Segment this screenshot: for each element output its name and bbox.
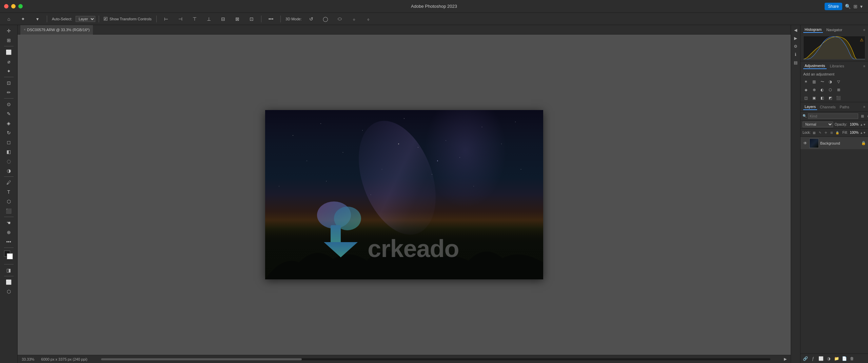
- vibrance-icon[interactable]: ▽: [835, 78, 842, 85]
- brush-tool[interactable]: ✎: [3, 109, 15, 118]
- brightness-contrast-icon[interactable]: ☀: [803, 78, 809, 85]
- quick-mask-icon[interactable]: ◨: [3, 266, 15, 275]
- dodge-tool[interactable]: ◑: [3, 166, 15, 175]
- tab-channels[interactable]: Channels: [818, 104, 837, 110]
- move-tool-icon[interactable]: ✦: [17, 15, 29, 23]
- 3d-pan-icon[interactable]: ◯: [319, 15, 332, 23]
- new-fill-adjustment-icon[interactable]: ◑: [825, 355, 832, 362]
- hue-saturation-icon[interactable]: ◈: [803, 86, 809, 93]
- share-button[interactable]: Share: [825, 3, 842, 10]
- invert-icon[interactable]: ◫: [803, 94, 809, 101]
- document-tab[interactable]: × DSC00579.ARW @ 33.3% (RGB/16*): [20, 25, 93, 35]
- layer-mask-icon[interactable]: ⬜: [817, 355, 824, 362]
- 3d-rotate-icon[interactable]: ↺: [305, 15, 317, 23]
- distribute-icon[interactable]: ⊡: [245, 15, 258, 23]
- 3d-slide-icon[interactable]: ⬦: [348, 15, 360, 23]
- layer-effects-icon[interactable]: ƒ: [810, 355, 816, 362]
- search-icon[interactable]: 🔍: [845, 4, 851, 9]
- status-arrow[interactable]: ▶: [784, 357, 787, 361]
- blend-mode-select[interactable]: Normal: [803, 122, 833, 127]
- tab-navigator[interactable]: Navigator: [825, 27, 844, 33]
- magic-wand-tool[interactable]: ✦: [3, 67, 15, 76]
- histogram-collapse-icon[interactable]: ≡: [863, 28, 865, 32]
- spot-healing-brush-tool[interactable]: ⊙: [3, 100, 15, 109]
- maximize-button[interactable]: [18, 4, 23, 8]
- eraser-tool[interactable]: ◻: [3, 138, 15, 147]
- fill-arrows[interactable]: ▲▼: [860, 131, 866, 134]
- layers-collapse-icon[interactable]: ≡: [863, 105, 865, 109]
- new-layer-icon[interactable]: 📄: [841, 355, 848, 362]
- lock-artboard-icon[interactable]: ⊞: [829, 130, 834, 135]
- tab-libraries[interactable]: Libraries: [829, 63, 846, 69]
- pen-tool[interactable]: 🖊: [3, 178, 15, 187]
- black-white-icon[interactable]: ◐: [819, 86, 826, 93]
- tab-layers[interactable]: Layers: [803, 104, 817, 110]
- minimize-button[interactable]: [11, 4, 16, 8]
- lock-image-icon[interactable]: ✎: [818, 130, 823, 135]
- history-brush-tool[interactable]: ↻: [3, 128, 15, 137]
- chevron-down-icon[interactable]: ▾: [860, 4, 863, 9]
- photo-filter-icon[interactable]: ⬡: [827, 86, 834, 93]
- 3d-scale-icon[interactable]: ⬨: [362, 15, 374, 23]
- align-left-icon[interactable]: ⊢: [160, 15, 172, 23]
- filter-adjustment-icon[interactable]: ◐: [866, 113, 868, 119]
- settings-icon[interactable]: ⚙: [792, 43, 800, 50]
- clone-stamp-tool[interactable]: ◈: [3, 119, 15, 128]
- 3d-roll-icon[interactable]: ⬭: [334, 15, 346, 23]
- home-icon[interactable]: ⌂: [3, 15, 15, 23]
- move-tool[interactable]: ✛: [3, 26, 15, 35]
- lock-all-icon[interactable]: 🔒: [835, 130, 840, 135]
- align-center-v-icon[interactable]: ⊟: [217, 15, 229, 23]
- play-icon[interactable]: ▶: [792, 35, 800, 42]
- layer-select[interactable]: Layer: [76, 16, 95, 22]
- type-tool[interactable]: T: [3, 188, 15, 196]
- hand-tool[interactable]: ☚: [3, 218, 15, 227]
- adjustments-collapse-icon[interactable]: ≡: [863, 64, 865, 68]
- new-group-icon[interactable]: 📁: [833, 355, 840, 362]
- curves-icon[interactable]: 〜: [819, 78, 826, 85]
- align-center-h-icon[interactable]: ⊣: [174, 15, 186, 23]
- frame-tool-icon[interactable]: ⬡: [3, 287, 15, 296]
- tab-histogram[interactable]: Histogram: [803, 27, 823, 33]
- opacity-arrows[interactable]: ▲▼: [860, 123, 866, 126]
- layers-rail-icon[interactable]: ▤: [792, 59, 800, 66]
- grid-icon[interactable]: ⊞: [853, 4, 857, 9]
- align-right-icon[interactable]: ⊤: [189, 15, 201, 23]
- close-button[interactable]: [4, 4, 8, 8]
- tab-adjustments[interactable]: Adjustments: [803, 63, 827, 69]
- lasso-tool[interactable]: ⌀: [3, 57, 15, 66]
- channel-mixer-icon[interactable]: ⊞: [835, 86, 842, 93]
- link-layers-icon[interactable]: 🔗: [802, 355, 809, 362]
- more-tools-icon[interactable]: •••: [3, 237, 15, 246]
- rectangular-marquee-tool[interactable]: ⬜: [3, 48, 15, 57]
- layers-search-input[interactable]: [808, 113, 858, 119]
- crop-tool[interactable]: ⊡: [3, 79, 15, 87]
- collapse-right-rail-icon[interactable]: ◀: [792, 26, 800, 34]
- info-icon[interactable]: ℹ: [792, 51, 800, 58]
- delete-layer-icon[interactable]: 🗑: [849, 355, 855, 362]
- tab-paths[interactable]: Paths: [839, 104, 851, 110]
- blur-tool[interactable]: ◌: [3, 157, 15, 166]
- lock-position-icon[interactable]: ✛: [824, 130, 828, 135]
- shape-tool[interactable]: ⬛: [3, 207, 15, 215]
- zoom-tool[interactable]: ⊕: [3, 228, 15, 237]
- tab-close-icon[interactable]: ×: [24, 28, 26, 31]
- threshold-icon[interactable]: ◧: [819, 94, 826, 101]
- exposure-icon[interactable]: ◑: [827, 78, 834, 85]
- canvas-scroll[interactable]: crkeado: [18, 35, 791, 355]
- background-color[interactable]: [7, 253, 13, 259]
- posterize-icon[interactable]: ▣: [811, 94, 817, 101]
- color-balance-icon[interactable]: ⊕: [811, 86, 817, 93]
- levels-icon[interactable]: ▥: [811, 78, 817, 85]
- tool-options-icon[interactable]: ▾: [31, 15, 43, 23]
- more-options-icon[interactable]: •••: [265, 15, 277, 23]
- artboard-tool[interactable]: ⊞: [3, 36, 15, 45]
- transform-checkbox[interactable]: [104, 17, 107, 21]
- selective-color-icon[interactable]: ⬛: [835, 94, 842, 101]
- align-top-icon[interactable]: ⊥: [203, 15, 215, 23]
- path-selection-tool[interactable]: ⬡: [3, 197, 15, 206]
- gradient-tool[interactable]: ◧: [3, 147, 15, 156]
- eyedropper-tool[interactable]: ✏: [3, 88, 15, 97]
- lock-transparent-icon[interactable]: ▦: [812, 130, 817, 135]
- layer-item-background[interactable]: 👁 Background 🔒: [801, 137, 868, 150]
